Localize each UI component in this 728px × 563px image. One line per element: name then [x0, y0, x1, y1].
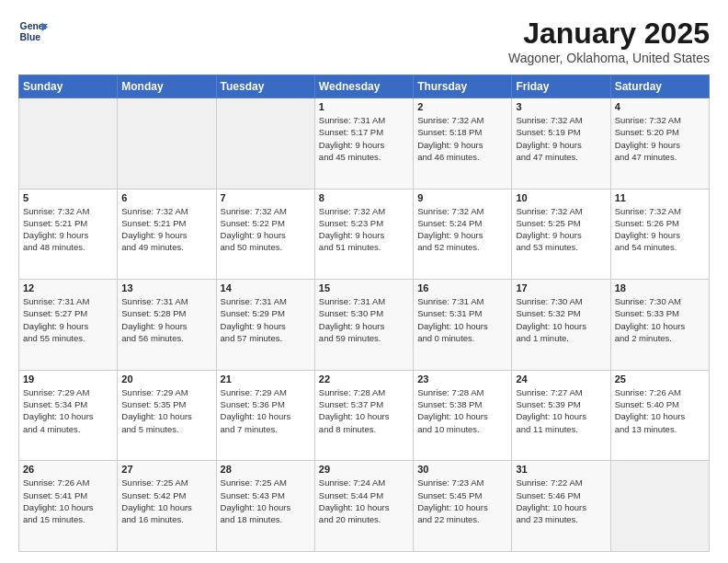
- day-number: 14: [221, 282, 311, 293]
- day-info: Sunrise: 7:26 AM Sunset: 5:40 PM Dayligh…: [615, 386, 705, 435]
- day-info: Sunrise: 7:32 AM Sunset: 5:23 PM Dayligh…: [319, 205, 409, 254]
- calendar-cell: 13Sunrise: 7:31 AM Sunset: 5:28 PM Dayli…: [118, 280, 216, 371]
- day-number: 21: [221, 373, 311, 385]
- day-info: Sunrise: 7:31 AM Sunset: 5:27 PM Dayligh…: [23, 295, 113, 344]
- calendar-cell: 16Sunrise: 7:31 AM Sunset: 5:31 PM Dayli…: [414, 280, 512, 371]
- calendar-cell: 30Sunrise: 7:23 AM Sunset: 5:45 PM Dayli…: [414, 461, 512, 552]
- calendar-cell: 12Sunrise: 7:31 AM Sunset: 5:27 PM Dayli…: [19, 280, 118, 371]
- title-block: January 2025 Wagoner, Oklahoma, United S…: [508, 17, 710, 65]
- day-info: Sunrise: 7:32 AM Sunset: 5:22 PM Dayligh…: [221, 205, 311, 254]
- day-number: 26: [23, 464, 113, 475]
- day-number: 11: [615, 192, 705, 203]
- calendar-cell: 10Sunrise: 7:32 AM Sunset: 5:25 PM Dayli…: [512, 189, 610, 280]
- day-number: 18: [615, 282, 705, 293]
- calendar-cell: 5Sunrise: 7:32 AM Sunset: 5:21 PM Daylig…: [19, 189, 118, 280]
- calendar: SundayMondayTuesdayWednesdayThursdayFrid…: [18, 75, 710, 552]
- calendar-cell: 26Sunrise: 7:26 AM Sunset: 5:41 PM Dayli…: [19, 461, 118, 552]
- day-number: 17: [516, 282, 606, 293]
- calendar-week-1: 1Sunrise: 7:31 AM Sunset: 5:17 PM Daylig…: [19, 98, 710, 190]
- header: General Blue January 2025 Wagoner, Oklah…: [18, 17, 710, 65]
- day-info: Sunrise: 7:29 AM Sunset: 5:35 PM Dayligh…: [121, 386, 211, 435]
- calendar-cell: 7Sunrise: 7:32 AM Sunset: 5:22 PM Daylig…: [216, 189, 314, 280]
- day-number: 15: [319, 282, 409, 293]
- calendar-cell: [19, 98, 118, 190]
- calendar-cell: 23Sunrise: 7:28 AM Sunset: 5:38 PM Dayli…: [414, 370, 512, 461]
- day-info: Sunrise: 7:30 AM Sunset: 5:32 PM Dayligh…: [516, 295, 606, 344]
- day-info: Sunrise: 7:29 AM Sunset: 5:34 PM Dayligh…: [23, 386, 113, 435]
- day-number: 29: [319, 464, 409, 475]
- calendar-header-thursday: Thursday: [414, 75, 512, 98]
- svg-text:Blue: Blue: [20, 32, 41, 42]
- calendar-cell: 1Sunrise: 7:31 AM Sunset: 5:17 PM Daylig…: [314, 98, 413, 190]
- day-info: Sunrise: 7:32 AM Sunset: 5:21 PM Dayligh…: [23, 205, 113, 254]
- day-info: Sunrise: 7:27 AM Sunset: 5:39 PM Dayligh…: [516, 386, 606, 435]
- page: General Blue January 2025 Wagoner, Oklah…: [0, 0, 728, 563]
- day-number: 23: [417, 373, 507, 385]
- calendar-cell: 2Sunrise: 7:32 AM Sunset: 5:18 PM Daylig…: [414, 98, 512, 190]
- calendar-week-3: 12Sunrise: 7:31 AM Sunset: 5:27 PM Dayli…: [19, 280, 710, 371]
- day-number: 8: [319, 192, 409, 203]
- month-title: January 2025: [508, 17, 710, 51]
- day-number: 25: [615, 373, 705, 385]
- day-info: Sunrise: 7:29 AM Sunset: 5:36 PM Dayligh…: [221, 386, 311, 435]
- calendar-header-wednesday: Wednesday: [314, 75, 413, 98]
- day-number: 31: [516, 464, 606, 475]
- day-number: 7: [221, 192, 311, 203]
- calendar-cell: 14Sunrise: 7:31 AM Sunset: 5:29 PM Dayli…: [216, 280, 314, 371]
- calendar-header-sunday: Sunday: [19, 75, 118, 98]
- day-number: 13: [121, 282, 211, 293]
- calendar-cell: 6Sunrise: 7:32 AM Sunset: 5:21 PM Daylig…: [118, 189, 216, 280]
- day-number: 4: [615, 101, 705, 112]
- day-info: Sunrise: 7:26 AM Sunset: 5:41 PM Dayligh…: [23, 477, 113, 525]
- day-number: 1: [319, 101, 409, 112]
- day-info: Sunrise: 7:31 AM Sunset: 5:30 PM Dayligh…: [319, 295, 409, 344]
- calendar-cell: 19Sunrise: 7:29 AM Sunset: 5:34 PM Dayli…: [19, 370, 118, 461]
- day-info: Sunrise: 7:28 AM Sunset: 5:38 PM Dayligh…: [417, 386, 507, 435]
- day-number: 22: [319, 373, 409, 385]
- day-info: Sunrise: 7:28 AM Sunset: 5:37 PM Dayligh…: [319, 386, 409, 435]
- day-info: Sunrise: 7:31 AM Sunset: 5:17 PM Dayligh…: [319, 114, 409, 163]
- calendar-cell: 11Sunrise: 7:32 AM Sunset: 5:26 PM Dayli…: [610, 189, 709, 280]
- calendar-cell: 20Sunrise: 7:29 AM Sunset: 5:35 PM Dayli…: [118, 370, 216, 461]
- day-number: 30: [417, 464, 507, 475]
- day-info: Sunrise: 7:31 AM Sunset: 5:31 PM Dayligh…: [417, 295, 507, 344]
- day-number: 10: [516, 192, 606, 203]
- calendar-cell: [610, 461, 709, 552]
- day-number: 16: [417, 282, 507, 293]
- day-info: Sunrise: 7:24 AM Sunset: 5:44 PM Dayligh…: [319, 477, 409, 525]
- calendar-cell: 31Sunrise: 7:22 AM Sunset: 5:46 PM Dayli…: [512, 461, 610, 552]
- day-info: Sunrise: 7:25 AM Sunset: 5:42 PM Dayligh…: [121, 477, 211, 525]
- calendar-header-tuesday: Tuesday: [216, 75, 314, 98]
- day-number: 5: [23, 192, 113, 203]
- day-info: Sunrise: 7:32 AM Sunset: 5:26 PM Dayligh…: [615, 205, 705, 254]
- calendar-header-friday: Friday: [512, 75, 610, 98]
- day-info: Sunrise: 7:32 AM Sunset: 5:19 PM Dayligh…: [516, 114, 606, 163]
- calendar-cell: 25Sunrise: 7:26 AM Sunset: 5:40 PM Dayli…: [610, 370, 709, 461]
- calendar-cell: 24Sunrise: 7:27 AM Sunset: 5:39 PM Dayli…: [512, 370, 610, 461]
- calendar-week-5: 26Sunrise: 7:26 AM Sunset: 5:41 PM Dayli…: [19, 461, 710, 552]
- calendar-cell: [216, 98, 314, 190]
- day-info: Sunrise: 7:31 AM Sunset: 5:28 PM Dayligh…: [121, 295, 211, 344]
- day-number: 20: [121, 373, 211, 385]
- day-info: Sunrise: 7:32 AM Sunset: 5:18 PM Dayligh…: [417, 114, 507, 163]
- calendar-cell: 15Sunrise: 7:31 AM Sunset: 5:30 PM Dayli…: [314, 280, 413, 371]
- calendar-cell: 28Sunrise: 7:25 AM Sunset: 5:43 PM Dayli…: [216, 461, 314, 552]
- day-number: 28: [221, 464, 311, 475]
- calendar-week-2: 5Sunrise: 7:32 AM Sunset: 5:21 PM Daylig…: [19, 189, 710, 280]
- day-info: Sunrise: 7:32 AM Sunset: 5:21 PM Dayligh…: [121, 205, 211, 254]
- calendar-cell: 8Sunrise: 7:32 AM Sunset: 5:23 PM Daylig…: [314, 189, 413, 280]
- day-number: 12: [23, 282, 113, 293]
- calendar-header-saturday: Saturday: [610, 75, 709, 98]
- calendar-header-monday: Monday: [118, 75, 216, 98]
- day-info: Sunrise: 7:32 AM Sunset: 5:24 PM Dayligh…: [417, 205, 507, 254]
- day-info: Sunrise: 7:30 AM Sunset: 5:33 PM Dayligh…: [615, 295, 705, 344]
- day-number: 27: [121, 464, 211, 475]
- calendar-week-4: 19Sunrise: 7:29 AM Sunset: 5:34 PM Dayli…: [19, 370, 710, 461]
- day-number: 3: [516, 101, 606, 112]
- calendar-cell: 22Sunrise: 7:28 AM Sunset: 5:37 PM Dayli…: [314, 370, 413, 461]
- day-info: Sunrise: 7:23 AM Sunset: 5:45 PM Dayligh…: [417, 477, 507, 525]
- calendar-cell: 17Sunrise: 7:30 AM Sunset: 5:32 PM Dayli…: [512, 280, 610, 371]
- day-info: Sunrise: 7:32 AM Sunset: 5:20 PM Dayligh…: [615, 114, 705, 163]
- day-info: Sunrise: 7:32 AM Sunset: 5:25 PM Dayligh…: [516, 205, 606, 254]
- calendar-cell: 3Sunrise: 7:32 AM Sunset: 5:19 PM Daylig…: [512, 98, 610, 190]
